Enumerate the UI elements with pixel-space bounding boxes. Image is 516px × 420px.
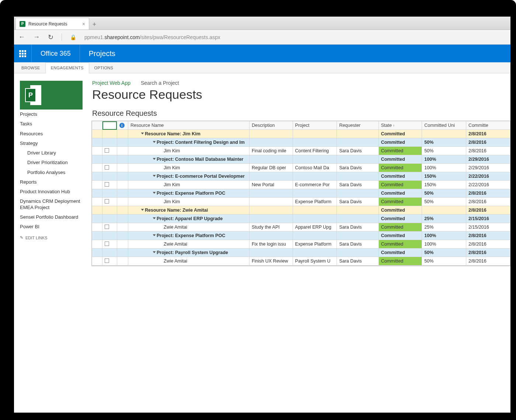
grid-cell[interactable] [102,155,117,164]
grid-cell[interactable]: 100% [422,232,466,240]
grid-cell[interactable]: 100% [422,240,466,249]
grid-row[interactable]: Jim KimExpense PlatformSara DavisCommitt… [92,198,510,206]
grid-row[interactable]: Jim KimNew PortalE-commerce PorSara Davi… [92,181,510,189]
row-checkbox[interactable] [105,258,109,263]
nav-item[interactable]: Portfolio Analyses [20,168,88,177]
grid-cell[interactable]: 2/8/2016 [466,130,510,138]
grid-cell[interactable]: E-commerce Por [293,181,337,189]
grid-cell[interactable] [337,215,379,223]
grid-cell[interactable]: Zwie Amitai [128,257,250,265]
grid-cell[interactable] [293,249,337,257]
grid-cell[interactable]: Committed [379,130,422,138]
grid-cell[interactable]: Finish UX Review [249,257,293,265]
grid-cell[interactable] [249,189,293,198]
grid-cell[interactable] [117,172,128,181]
grid-cell[interactable]: Jim Kim [128,164,250,172]
grid-cell[interactable]: Committed [379,249,422,257]
row-checkbox[interactable] [105,148,109,153]
grid-row[interactable]: Project: Payroll System UpgradeCommitted… [92,249,510,257]
row-checkbox[interactable] [105,165,109,170]
nav-item[interactable]: Strategy [20,139,88,148]
grid-cell[interactable] [249,232,293,240]
grid-cell[interactable]: 2/8/2016 [466,232,510,240]
grid-cell[interactable] [102,232,117,240]
new-tab-button[interactable]: + [89,19,100,29]
grid-cell[interactable]: 150% [422,181,466,189]
grid-cell[interactable]: Content Filtering [293,147,337,155]
browser-tab[interactable]: P Resource Requests × [15,18,89,29]
grid-cell[interactable]: Project: Payroll System Upgrade [128,249,250,257]
grid-cell[interactable] [117,257,128,265]
grid-cell[interactable]: Expense Platform [293,240,337,249]
grid-cell[interactable] [249,198,293,206]
grid-cell[interactable] [92,223,102,232]
grid-row[interactable]: Project: E-commerce Portal DevelopmerCom… [92,172,510,181]
grid-cell[interactable] [117,249,128,257]
grid-cell[interactable] [102,138,117,147]
grid-cell[interactable]: Committed [379,138,422,147]
col-resource-name[interactable]: Resource Name [128,121,250,130]
grid-cell[interactable]: Regular DB oper [249,164,293,172]
grid-cell[interactable] [117,240,128,249]
grid-cell[interactable]: Committed [379,198,422,206]
suite-app-name[interactable]: Projects [80,49,124,58]
nav-item[interactable]: Resources [20,129,88,139]
nav-item[interactable]: Product Innovation Hub [20,187,88,197]
grid-cell[interactable] [249,138,293,147]
row-checkbox[interactable] [105,182,109,187]
grid-cell[interactable]: 2/22/2016 [466,181,510,189]
url-display[interactable]: ppmeu1.sharepoint.com/sites/pwa/Resource… [84,34,220,40]
grid-cell[interactable] [117,164,128,172]
close-tab-icon[interactable]: × [82,21,85,27]
grid-cell[interactable] [102,198,117,206]
grid-cell[interactable] [102,215,117,223]
grid-cell[interactable]: Sara Davis [337,257,379,265]
grid-cell[interactable] [249,206,293,215]
grid-cell[interactable] [293,215,337,223]
grid-cell[interactable]: Project: Apparel ERP Upgrade [128,215,250,223]
grid-cell[interactable]: Committed [379,257,422,265]
grid-cell[interactable]: Project: Content Filtering Design and Im [128,138,250,147]
row-checkbox[interactable] [105,225,109,229]
grid-cell[interactable] [249,130,293,138]
edit-links-button[interactable]: ✎ EDIT LINKS [20,235,88,240]
nav-item[interactable]: Power BI [20,222,88,232]
grid-row[interactable]: Resource Name: Zwie AmitaiCommitted2/8/2… [92,206,510,215]
grid-cell[interactable]: Sara Davis [337,240,379,249]
grid-row[interactable]: Jim KimFinal coding mileContent Filterin… [92,147,510,155]
grid-cell[interactable]: 2/8/2016 [466,147,510,155]
grid-cell[interactable]: 150% [422,172,466,181]
grid-cell[interactable]: 100% [422,155,466,164]
grid-cell[interactable] [422,206,466,215]
grid-cell[interactable] [249,172,293,181]
grid-cell[interactable]: Committed [379,232,422,240]
grid-cell[interactable] [92,181,102,189]
grid-cell[interactable] [102,172,117,181]
grid-cell[interactable] [92,240,102,249]
grid-cell[interactable]: Zwie Amitai [128,223,250,232]
breadcrumb-site-link[interactable]: Project Web App [92,80,130,86]
grid-cell[interactable]: Sara Davis [337,181,379,189]
grid-cell[interactable]: Project: Expense Platform POC [128,189,250,198]
grid-cell[interactable] [249,249,293,257]
grid-cell[interactable]: Expense Platform [293,198,337,206]
grid-cell[interactable] [92,257,102,265]
row-checkbox[interactable] [105,199,109,204]
grid-cell[interactable] [102,223,117,232]
grid-cell[interactable]: Jim Kim [128,147,250,155]
grid-cell[interactable]: 2/8/2016 [466,198,510,206]
app-launcher-button[interactable] [14,45,32,62]
grid-cell[interactable]: 2/22/2016 [466,172,510,181]
grid-cell[interactable] [92,172,102,181]
grid-cell[interactable]: 50% [422,249,466,257]
suite-brand[interactable]: Office 365 [32,45,80,62]
grid-cell[interactable] [293,155,337,164]
grid-cell[interactable]: 2/8/2016 [466,138,510,147]
grid-cell[interactable]: Resource Name: Jim Kim [128,130,250,138]
grid-cell[interactable] [117,198,128,206]
grid-cell[interactable]: Project: Contoso Mail Database Mainter [128,155,250,164]
grid-cell[interactable] [117,232,128,240]
grid-cell[interactable] [92,138,102,147]
grid-cell[interactable]: 50% [422,198,466,206]
grid-row[interactable]: Project: Apparel ERP UpgradeCommitted25%… [92,215,510,223]
